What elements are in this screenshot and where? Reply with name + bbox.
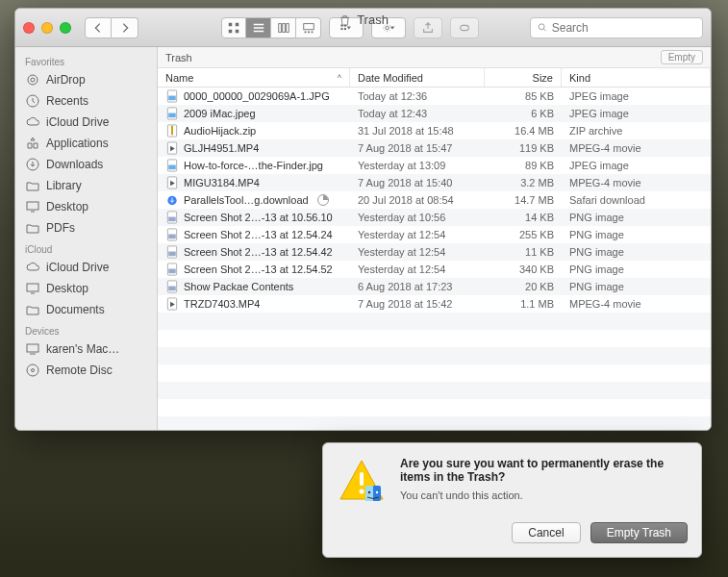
- file-date: Yesterday at 12:54: [350, 246, 485, 258]
- sidebar-heading: iCloud: [15, 238, 157, 257]
- empty-row: [158, 330, 711, 347]
- file-row[interactable]: GLJH4951.MP47 Aug 2018 at 15:47119 KBMPE…: [158, 139, 711, 157]
- sidebar-item[interactable]: Documents: [15, 299, 157, 320]
- sidebar-item[interactable]: iCloud Drive: [15, 112, 157, 133]
- empty-row: [158, 364, 711, 382]
- file-size: 3.2 MB: [485, 177, 562, 188]
- cloud-icon: [25, 260, 40, 275]
- svg-point-52: [368, 491, 370, 493]
- svg-rect-48: [360, 472, 364, 486]
- sidebar-heading: Favorites: [15, 51, 157, 69]
- svg-rect-28: [168, 96, 175, 101]
- sidebar-item[interactable]: Remote Disc: [15, 360, 157, 381]
- svg-rect-44: [168, 269, 175, 274]
- sidebar-item[interactable]: Downloads: [15, 154, 157, 175]
- folder-icon: [25, 302, 40, 317]
- sidebar-item[interactable]: Applications: [15, 133, 157, 154]
- file-kind: PNG image: [562, 281, 711, 292]
- disc-icon: [25, 363, 40, 378]
- file-row[interactable]: Screen Shot 2…-13 at 12.54.42Yesterday a…: [158, 243, 711, 261]
- sidebar-item-label: karen's Mac…: [46, 342, 119, 356]
- nav-buttons: [85, 17, 138, 38]
- col-name[interactable]: Name ^: [158, 68, 350, 87]
- svg-point-17: [539, 24, 544, 30]
- file-date: 6 Aug 2018 at 17:23: [350, 281, 485, 292]
- sidebar-item-label: Documents: [46, 303, 105, 316]
- file-row[interactable]: MIGU3184.MP47 Aug 2018 at 15:403.2 MBMPE…: [158, 174, 711, 191]
- svg-rect-1: [236, 22, 239, 26]
- sidebar-item-label: Remote Disc: [46, 364, 113, 377]
- svg-point-26: [32, 369, 35, 372]
- svg-point-18: [31, 78, 35, 82]
- airdrop-icon: [25, 72, 40, 88]
- forward-button[interactable]: [112, 17, 138, 38]
- sidebar-item[interactable]: karen's Mac…: [15, 339, 157, 360]
- file-size: 20 KB: [485, 281, 562, 292]
- path-bar: Trash Empty: [158, 47, 711, 68]
- share-button[interactable]: [414, 17, 442, 38]
- file-row[interactable]: Show Packae Contents6 Aug 2018 at 17:232…: [158, 278, 711, 295]
- grid-icon: [227, 21, 240, 35]
- sidebar-item[interactable]: Library: [15, 175, 157, 196]
- file-row[interactable]: 0000_00000_0029069A-1.JPGToday at 12:368…: [158, 88, 711, 105]
- sidebar-item[interactable]: Recents: [15, 90, 157, 112]
- search-field[interactable]: [530, 17, 703, 38]
- file-row[interactable]: How-to-force-…the-Finder.jpgYesterday at…: [158, 157, 711, 174]
- file-name: MIGU3184.MP4: [184, 177, 260, 188]
- back-button[interactable]: [85, 17, 112, 38]
- tags-button[interactable]: [450, 17, 479, 38]
- sidebar-item[interactable]: AirDrop: [15, 69, 157, 90]
- sidebar-item-label: iCloud Drive: [46, 261, 109, 274]
- file-date: 7 Aug 2018 at 15:42: [350, 298, 485, 310]
- svg-rect-5: [282, 23, 285, 32]
- svg-rect-42: [168, 252, 175, 257]
- file-icon: [165, 176, 179, 189]
- file-row[interactable]: Screen Shot 2…-13 at 12.54.52Yesterday a…: [158, 261, 711, 278]
- file-name: TRZD7403.MP4: [184, 298, 260, 310]
- sidebar-item[interactable]: PDFs: [15, 217, 157, 238]
- file-icon: [165, 245, 179, 259]
- column-view-button[interactable]: [271, 17, 296, 38]
- col-size[interactable]: Size: [485, 68, 562, 87]
- maximize-button[interactable]: [60, 22, 71, 34]
- close-button[interactable]: [23, 22, 35, 34]
- empty-row: [158, 382, 711, 399]
- file-row[interactable]: ParallelsTool…g.download20 Jul 2018 at 0…: [158, 191, 711, 209]
- columns-icon: [277, 21, 290, 35]
- sidebar-item[interactable]: Desktop: [15, 278, 157, 299]
- col-kind[interactable]: Kind: [562, 68, 711, 87]
- file-icon: [165, 141, 179, 155]
- tag-icon: [458, 21, 471, 35]
- file-icon: [165, 228, 179, 241]
- svg-rect-14: [344, 28, 346, 30]
- sidebar-item[interactable]: Desktop: [15, 196, 157, 217]
- folder-icon: [25, 178, 40, 193]
- gallery-view-button[interactable]: [296, 17, 321, 38]
- svg-rect-6: [286, 23, 289, 32]
- file-row[interactable]: TRZD7403.MP47 Aug 2018 at 15:421.1 MBMPE…: [158, 295, 711, 313]
- svg-rect-0: [229, 22, 233, 26]
- search-input[interactable]: [552, 21, 696, 35]
- cancel-button[interactable]: Cancel: [512, 522, 580, 543]
- file-date: 7 Aug 2018 at 15:40: [350, 177, 485, 188]
- list-view-button[interactable]: [246, 17, 271, 38]
- empty-button[interactable]: Empty: [661, 50, 703, 64]
- file-date: Today at 12:36: [350, 90, 485, 102]
- sidebar-item-label: Downloads: [46, 158, 103, 171]
- path-label: Trash: [165, 52, 192, 63]
- sidebar-item-label: AirDrop: [46, 73, 86, 87]
- clock-icon: [25, 93, 40, 109]
- file-row[interactable]: AudioHijack.zip31 Jul 2018 at 15:4816.4 …: [158, 122, 711, 139]
- file-row[interactable]: 2009 iMac.jpegToday at 12:436 KBJPEG ima…: [158, 105, 711, 122]
- file-row[interactable]: Screen Shot 2…-13 at 12.54.24Yesterday a…: [158, 226, 711, 243]
- file-size: 255 KB: [485, 229, 562, 240]
- minimize-button[interactable]: [41, 22, 53, 34]
- icon-view-button[interactable]: [221, 17, 246, 38]
- col-date[interactable]: Date Modified: [350, 68, 485, 87]
- empty-trash-button[interactable]: Empty Trash: [590, 522, 688, 543]
- file-row[interactable]: Screen Shot 2…-13 at 10.56.10Yesterday a…: [158, 209, 711, 226]
- sidebar-item[interactable]: iCloud Drive: [15, 257, 157, 278]
- svg-point-49: [360, 489, 364, 494]
- file-icon: [165, 107, 179, 120]
- file-size: 6 KB: [485, 108, 562, 119]
